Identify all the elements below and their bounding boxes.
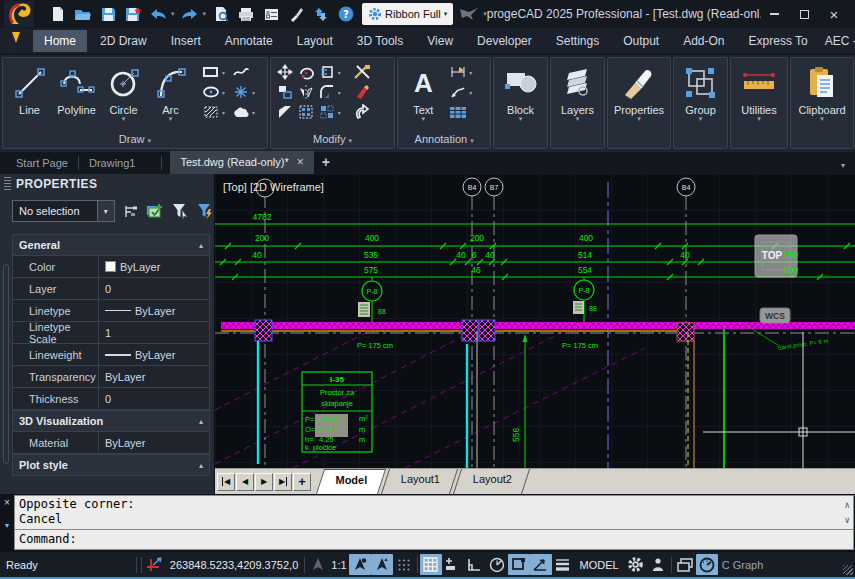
group-button[interactable]: Group▾ [677,60,724,122]
coordinates-readout[interactable]: 263848.5233,4209.3752,0 [166,559,302,571]
annotation-scale-icon[interactable] [307,554,329,575]
model-tab[interactable]: Model [316,469,386,494]
next-tab-button[interactable]: ▶ [255,473,273,491]
tab-home[interactable]: Home [33,30,87,52]
layout1-tab[interactable]: Layout1 [381,469,458,494]
section-plot-style[interactable]: Plot style▴ [12,454,210,476]
help-button[interactable]: ? [336,4,356,24]
quick-select-icon[interactable] [122,202,140,220]
etrack-toggle[interactable] [530,554,552,575]
save-as-button[interactable] [123,4,143,24]
doc-tab-drawing1[interactable]: Drawing1 [79,153,145,174]
revision-cloud-icon[interactable] [231,103,251,121]
prop-row-linetype[interactable]: LinetypeByLayer [12,300,210,322]
spline-tool-icon[interactable] [231,63,251,81]
color-swatch[interactable] [105,261,116,272]
auto-scale-toggle[interactable] [371,554,393,575]
polyline-button[interactable]: Polyline [53,60,100,116]
line-button[interactable]: Line [6,60,53,116]
resize-grip[interactable] [843,565,853,575]
circle-button[interactable]: Circle ▾ [100,60,147,122]
prop-row-lineweight[interactable]: LineweightByLayer [12,344,210,366]
annotation-group-label[interactable]: Annotation ▾ [398,132,490,148]
section-general[interactable]: General▴ [12,234,210,256]
rotate-tool-icon[interactable] [296,63,316,81]
prop-row-material[interactable]: MaterialByLayer [12,432,210,454]
mirror-tool-icon[interactable] [296,83,316,101]
filter-lightning-icon[interactable] [196,202,214,220]
palette-scrollbar[interactable] [3,264,9,464]
performance-gauge-icon[interactable] [696,554,718,575]
layout2-tab[interactable]: Layout2 [453,469,530,494]
ribbon-mode-button[interactable]: Ribbon Full▾ [362,3,453,25]
fillet-tool-icon[interactable] [317,83,337,101]
close-button[interactable]: × [821,4,847,24]
tab-developer[interactable]: Developer [466,30,543,52]
doc-tab-test-dwg[interactable]: Test.dwg (Read-only)* × [170,151,313,174]
settings-gear-icon[interactable] [625,554,647,575]
tab-list-dropdown-icon[interactable]: ▾ [831,155,855,174]
dimension-tool-icon[interactable] [448,63,468,81]
selection-dropdown[interactable]: No selection ▼ [12,200,115,222]
clipboard-button[interactable]: Clipboard▾ [794,60,850,122]
doc-tab-start-page[interactable]: Start Page [6,153,78,174]
prev-tab-button[interactable]: ◀ [236,473,254,491]
prop-row-layer[interactable]: Layer0 [12,278,210,300]
model-space-view[interactable]: B4 B7 B4 [Top] [2D Wireframe] [215,174,855,468]
drawing-canvas[interactable]: B4 B7 B4 [Top] [2D Wireframe] [215,174,855,494]
measure-tools-icon[interactable] [352,63,372,81]
first-tab-button[interactable]: ◀ [217,473,235,491]
tab-layout[interactable]: Layout [286,30,344,52]
copy-tool-icon[interactable] [275,83,295,101]
tab-3d-tools[interactable]: 3D Tools [346,30,414,52]
filter-cursor-icon[interactable] [171,202,189,220]
last-tab-button[interactable]: ▶ [274,473,292,491]
close-tab-icon[interactable]: × [297,155,304,169]
new-tab-button[interactable]: + [314,152,338,174]
tab-2d-draw[interactable]: 2D Draw [89,30,158,52]
maximize-button[interactable] [791,4,817,24]
tab-annotate[interactable]: Annotate [214,30,284,52]
ucs-label[interactable]: WCS [760,308,790,323]
swift-tool-icon[interactable] [459,6,479,22]
chamfer-tool-icon[interactable] [275,103,295,121]
scroll-up-icon[interactable]: ∧ [845,498,850,513]
circle-dropdown-icon[interactable]: ▾ [122,116,126,122]
prop-row-transparency[interactable]: TransparencyByLayer [12,366,210,388]
utilities-button[interactable]: Utilities▾ [734,60,784,122]
move-tool-icon[interactable] [275,63,295,81]
print-preview-button[interactable] [211,4,231,24]
text-dropdown-icon[interactable]: ▾ [422,116,426,122]
polar-tracking-toggle[interactable] [486,554,508,575]
graphics-mode-label[interactable]: C Graph [718,559,768,571]
trim-tool-icon[interactable] [317,63,337,81]
prop-row-color[interactable]: ColorByLayer [12,256,210,278]
erase-marker-icon[interactable] [352,83,372,101]
user-icon[interactable] [647,554,669,575]
close-command-icon[interactable]: × [4,497,10,508]
tab-add-on[interactable]: Add-On [672,30,735,52]
properties-button[interactable]: Properties▾ [611,60,667,122]
lineweight-toggle[interactable] [552,554,574,575]
print-button[interactable] [236,4,256,24]
scroll-down-icon[interactable]: ∨ [845,513,850,528]
text-button[interactable]: A Text ▾ [401,60,445,122]
ortho-toggle[interactable] [464,554,486,575]
model-space-toggle[interactable]: MODEL [574,559,625,571]
tab-aec-3d[interactable]: AEC - 3D A [821,30,855,52]
arc-button[interactable]: Arc ▾ [147,60,194,122]
undo-dropdown-icon[interactable]: ▾ [171,10,175,18]
open-file-button[interactable] [73,4,93,24]
hatch-tool-icon[interactable] [201,103,221,121]
options-button[interactable] [261,4,281,24]
layers-button[interactable]: Layers▾ [554,60,601,122]
rectangle-tool-icon[interactable] [201,63,221,81]
command-history[interactable]: Opposite corner: Cancel ∧ ∨ [14,495,854,530]
draw-group-label[interactable]: Draw ▾ [3,132,267,148]
section-3d-visualization[interactable]: 3D Visualization▴ [12,410,210,432]
palette-grip-icon[interactable] [4,177,11,191]
tab-insert[interactable]: Insert [160,30,212,52]
modify-group-label[interactable]: Modify ▾ [271,132,394,148]
sync-button[interactable] [311,4,331,24]
block-button[interactable]: Block▾ [497,60,544,122]
